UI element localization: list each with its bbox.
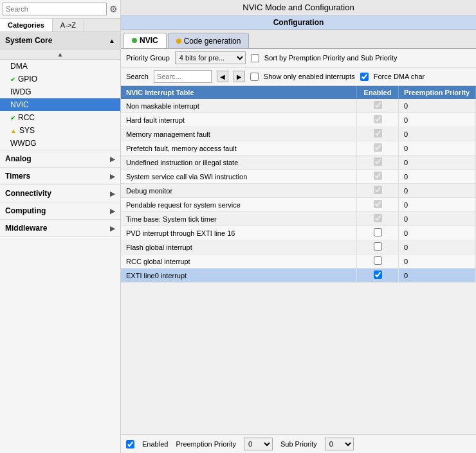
- interrupt-enabled-checkbox[interactable]: [374, 143, 382, 152]
- sys-label: SYS: [19, 126, 35, 135]
- interrupt-name: Prefetch fault, memory access fault: [121, 141, 357, 155]
- interrupt-enabled-checkbox[interactable]: [374, 214, 382, 222]
- analog-label: Analog: [5, 154, 32, 163]
- computing-header[interactable]: Computing ▶: [0, 202, 120, 219]
- interrupt-name: EXTI line0 interrupt: [121, 269, 357, 283]
- search-input[interactable]: [154, 70, 212, 83]
- table-row: Undefined instruction or illegal state0: [121, 155, 476, 170]
- interrupt-priority: 0: [399, 226, 476, 240]
- connectivity-expand-icon: ▶: [110, 190, 115, 197]
- interrupt-enabled-checkbox[interactable]: [374, 129, 382, 138]
- wwdg-item[interactable]: WWDG: [0, 137, 120, 150]
- table-row: PVD interrupt through EXTI line 160: [121, 226, 476, 240]
- table-row: System service call via SWI instruction0: [121, 170, 476, 184]
- iwdg-item[interactable]: IWDG: [0, 85, 120, 98]
- middleware-expand-icon: ▶: [110, 225, 115, 232]
- table-row: Flash global interrupt0: [121, 240, 476, 254]
- priority-group-select[interactable]: 4 bits for pre...: [175, 51, 246, 64]
- footer-subpriority-select[interactable]: 0: [325, 438, 354, 450]
- interrupt-enabled-cell: [357, 170, 399, 184]
- main-content: NVIC Mode and Configuration Configuratio…: [121, 0, 476, 453]
- interrupt-name: Flash global interrupt: [121, 240, 357, 254]
- timers-expand-icon: ▶: [110, 173, 115, 180]
- sidebar-search-input[interactable]: [3, 3, 107, 15]
- timers-label: Timers: [5, 172, 30, 181]
- force-dma-checkbox[interactable]: [360, 73, 369, 81]
- interrupt-name: Debug monitor: [121, 184, 357, 198]
- analog-header[interactable]: Analog ▶: [0, 150, 120, 167]
- system-core-header[interactable]: System Core ▲: [0, 32, 120, 49]
- tab-categories[interactable]: Categories: [0, 19, 53, 31]
- footer-preemption-select[interactable]: 0: [244, 438, 273, 450]
- tab-nvic[interactable]: NVIC: [124, 33, 167, 48]
- sidebar-expand-btn[interactable]: ▲: [0, 49, 120, 60]
- footer-enabled-label: Enabled: [142, 440, 168, 448]
- interrupt-enabled-cell: [357, 127, 399, 141]
- dma-item[interactable]: DMA: [0, 60, 120, 73]
- interrupt-enabled-cell: [357, 99, 399, 113]
- interrupt-enabled-checkbox[interactable]: [374, 157, 382, 166]
- sort-checkbox[interactable]: [251, 54, 259, 62]
- connectivity-header[interactable]: Connectivity ▶: [0, 185, 120, 202]
- computing-expand-icon: ▶: [110, 208, 115, 215]
- table-row: Non maskable interrupt0: [121, 99, 476, 113]
- search-label: Search: [126, 73, 149, 80]
- interrupt-enabled-checkbox[interactable]: [374, 101, 382, 109]
- middleware-header[interactable]: Middleware ▶: [0, 220, 120, 236]
- tab-code-generation[interactable]: Code generation: [168, 33, 250, 48]
- table-row: Pendable request for system service0: [121, 198, 476, 212]
- interrupt-name: Pendable request for system service: [121, 198, 357, 212]
- footer-enabled-checkbox[interactable]: [126, 440, 134, 449]
- interrupt-enabled-cell: [357, 184, 399, 198]
- sidebar-tab-bar: Categories A->Z: [0, 19, 120, 32]
- interrupt-name: RCC global interrupt: [121, 254, 357, 269]
- sys-item[interactable]: ▲ SYS: [0, 124, 120, 137]
- interrupt-enabled-checkbox[interactable]: [374, 172, 382, 180]
- rcc-item[interactable]: ✔ RCC: [0, 111, 120, 124]
- interrupt-enabled-checkbox[interactable]: [374, 186, 382, 194]
- show-enabled-checkbox[interactable]: [250, 73, 259, 81]
- interrupt-enabled-checkbox[interactable]: [374, 242, 382, 251]
- interrupt-enabled-checkbox[interactable]: [374, 271, 382, 279]
- gpio-item[interactable]: ✔ GPIO: [0, 73, 120, 85]
- interrupt-priority: 0: [399, 198, 476, 212]
- gear-icon[interactable]: ⚙: [109, 4, 118, 14]
- main-title: NVIC Mode and Configuration: [121, 0, 476, 15]
- show-enabled-label: Show only enabled interrupts: [264, 73, 355, 80]
- table-row: Memory management fault0: [121, 127, 476, 141]
- main-tabs-row: NVIC Code generation: [121, 30, 476, 49]
- interrupt-enabled-checkbox[interactable]: [374, 256, 382, 265]
- dma-label: DMA: [10, 62, 28, 71]
- tab-a-to-z[interactable]: A->Z: [53, 19, 84, 31]
- interrupt-priority: 0: [399, 212, 476, 226]
- interrupt-enabled-checkbox[interactable]: [374, 200, 382, 208]
- interrupt-priority: 0: [399, 99, 476, 113]
- search-next-button[interactable]: ▶: [233, 71, 245, 82]
- sidebar: ⚙ Categories A->Z System Core ▲ ▲ DMA ✔ …: [0, 0, 121, 453]
- interrupt-name: Time base: System tick timer: [121, 212, 357, 226]
- interrupt-name: Undefined instruction or illegal state: [121, 155, 357, 170]
- analog-expand-icon: ▶: [110, 155, 115, 163]
- connectivity-label: Connectivity: [5, 189, 51, 198]
- timers-header[interactable]: Timers ▶: [0, 168, 120, 184]
- code-gen-tab-label: Code generation: [184, 37, 241, 46]
- interrupt-enabled-checkbox[interactable]: [374, 115, 382, 123]
- computing-group: Computing ▶: [0, 202, 120, 220]
- interrupt-enabled-checkbox[interactable]: [374, 228, 382, 236]
- interrupt-enabled-cell: [357, 212, 399, 226]
- footer-subpriority-label: Sub Priority: [280, 440, 317, 448]
- interrupt-tbody: Non maskable interrupt0Hard fault interr…: [121, 99, 476, 283]
- wwdg-label: WWDG: [10, 139, 37, 148]
- nvic-label: NVIC: [10, 100, 29, 109]
- search-prev-button[interactable]: ◀: [217, 71, 228, 82]
- middleware-label: Middleware: [5, 224, 47, 233]
- connectivity-group: Connectivity ▶: [0, 185, 120, 202]
- table-row: Hard fault interrupt0: [121, 113, 476, 127]
- interrupt-priority: 0: [399, 240, 476, 254]
- table-header-row: NVIC Interrupt Table Enabled Preemption …: [121, 86, 476, 99]
- interrupt-priority: 0: [399, 113, 476, 127]
- nvic-item[interactable]: NVIC: [0, 98, 120, 111]
- table-row: Prefetch fault, memory access fault0: [121, 141, 476, 155]
- interrupt-enabled-cell: [357, 141, 399, 155]
- interrupt-priority: 0: [399, 141, 476, 155]
